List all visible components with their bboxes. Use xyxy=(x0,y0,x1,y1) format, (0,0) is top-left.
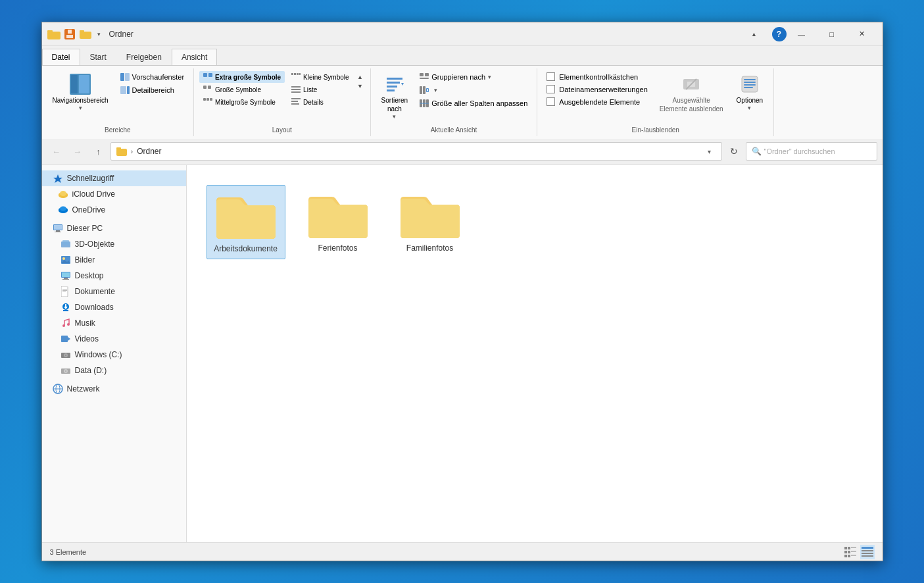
svg-rect-37 xyxy=(425,73,429,76)
sortieren-button[interactable]: Sortierennach ▾ xyxy=(376,71,414,124)
close-button[interactable]: ✕ xyxy=(847,24,877,44)
ausgeblendete-elemente-checkbox[interactable]: Ausgeblendete Elemente xyxy=(543,96,652,107)
list-view-button[interactable] xyxy=(843,545,858,559)
elementkontrollkaestchen-checkbox[interactable]: Elementkontrollkästchen xyxy=(543,71,652,82)
address-bar[interactable]: › Ordner ▾ xyxy=(110,142,722,161)
sidebar-item-schnellzugriff[interactable]: Schnellzugriff xyxy=(42,170,186,186)
address-dropdown[interactable]: ▾ xyxy=(703,148,716,155)
vorschaufenster-icon xyxy=(120,72,130,82)
sidebar-item-dokumente[interactable]: Dokumente xyxy=(42,284,186,299)
tab-ansicht[interactable]: Ansicht xyxy=(172,49,217,66)
svg-rect-83 xyxy=(62,289,67,290)
sidebar-item-desktop[interactable]: Desktop xyxy=(42,268,186,284)
minimize-button[interactable]: — xyxy=(787,24,817,44)
groesse-spalten-button[interactable]: Größe aller Spalten anpassen xyxy=(416,97,531,109)
grosse-symbole-button[interactable]: Große Symbole xyxy=(199,84,285,95)
sidebar-item-icloud[interactable]: iCloud Drive xyxy=(42,186,186,202)
back-button[interactable]: ← xyxy=(47,142,66,161)
gruppieren-icon xyxy=(420,72,429,82)
detailbereich-button[interactable]: Detailbereich xyxy=(116,84,189,96)
icloud-icon xyxy=(58,189,68,199)
svg-rect-88 xyxy=(65,304,66,307)
sidebar-item-windows-c[interactable]: Windows (C:) xyxy=(42,347,186,363)
svg-rect-34 xyxy=(387,89,395,91)
windows-c-label: Windows (C:) xyxy=(75,350,122,359)
svg-rect-19 xyxy=(207,98,209,101)
vorschaufenster-button[interactable]: Vorschaufenster xyxy=(116,71,189,83)
sidebar-item-musik[interactable]: Musik xyxy=(42,315,186,331)
musik-icon xyxy=(61,318,71,328)
ribbon-group-einausblenden: Elementkontrollkästchen Dateinamenserwei… xyxy=(537,68,774,136)
extra-grosse-symbole-button[interactable]: Extra große Symbole xyxy=(199,71,285,83)
videos-icon xyxy=(61,334,71,344)
sidebar-item-3d[interactable]: 3D-Objekte xyxy=(42,236,186,252)
svg-rect-14 xyxy=(203,73,207,77)
navigationsbereich-button[interactable]: Navigationsbereich ▾ xyxy=(47,71,114,115)
file-item-arbeitsdokumente[interactable]: Arbeitsdokumente xyxy=(207,185,285,259)
svg-rect-13 xyxy=(127,86,130,94)
3d-icon xyxy=(61,239,71,249)
folder-icon2 xyxy=(79,28,92,41)
ribbon-collapse-btn[interactable]: ▲ xyxy=(739,24,769,44)
svg-rect-57 xyxy=(116,147,121,150)
sidebar-item-netzwerk[interactable]: Netzwerk xyxy=(42,381,186,397)
detailbereich-icon xyxy=(120,86,130,95)
scroll-up[interactable]: ▲ xyxy=(356,72,365,82)
einausblenden-content: Elementkontrollkästchen Dateinamenserwei… xyxy=(543,71,768,124)
bereiche-content: Navigationsbereich ▾ Vorschaufenster xyxy=(47,71,189,124)
sidebar-item-dieser-pc[interactable]: Dieser PC xyxy=(42,220,186,236)
up-button[interactable]: ↑ xyxy=(89,142,108,161)
svg-rect-26 xyxy=(291,89,301,90)
svg-rect-111 xyxy=(851,555,856,556)
forward-button[interactable]: → xyxy=(68,142,87,161)
ausgewahlte-button[interactable]: AusgewählteElemente ausblenden xyxy=(654,71,729,116)
optionen-icon xyxy=(739,74,760,95)
liste-button[interactable]: Liste xyxy=(287,84,353,95)
svg-rect-108 xyxy=(848,555,850,557)
qat-dropdown[interactable]: ▾ xyxy=(95,30,104,39)
sidebar-item-downloads[interactable]: Downloads xyxy=(42,299,186,315)
refresh-button[interactable]: ↻ xyxy=(725,142,743,161)
details-button[interactable]: Details xyxy=(287,96,353,108)
svg-rect-107 xyxy=(844,555,847,557)
svg-rect-79 xyxy=(62,279,69,280)
svg-rect-17 xyxy=(208,86,211,89)
grosse-icon xyxy=(203,85,212,94)
3d-label: 3D-Objekte xyxy=(75,240,115,249)
dateinamenserweiterungen-check xyxy=(547,85,555,93)
mittelgrosse-symbole-button[interactable]: Mittelgroße Symbole xyxy=(199,96,285,108)
optionen-button[interactable]: Optionen ▾ xyxy=(731,71,769,115)
ribbon-group-bereiche: Navigationsbereich ▾ Vorschaufenster xyxy=(42,68,195,136)
svg-rect-38 xyxy=(420,78,429,79)
svg-rect-115 xyxy=(862,555,873,557)
sidebar-item-data-d[interactable]: Data (D:) xyxy=(42,363,186,378)
tab-start[interactable]: Start xyxy=(80,49,116,65)
tab-datei[interactable]: Datei xyxy=(42,49,80,66)
sidebar-item-bilder[interactable]: Bilder xyxy=(42,252,186,268)
svg-rect-109 xyxy=(851,547,856,548)
address-sep: › xyxy=(131,147,134,155)
file-item-familienfotos[interactable]: Familienfotos xyxy=(391,185,470,259)
search-bar[interactable]: 🔍 "Ordner" durchsuchen xyxy=(746,142,877,161)
sidebar-item-onedrive[interactable]: OneDrive xyxy=(42,202,186,218)
svg-rect-32 xyxy=(387,82,400,84)
nav-bar: ← → ↑ › Ordner ▾ ↻ 🔍 "Ordner" durchsuche… xyxy=(42,139,883,165)
kleine-symbole-button[interactable]: Kleine Symbole xyxy=(287,71,353,83)
scroll-down[interactable]: ▼ xyxy=(356,82,365,91)
tab-freigeben[interactable]: Freigeben xyxy=(116,49,172,65)
help-button[interactable]: ? xyxy=(772,27,787,41)
search-placeholder: "Ordner" durchsuchen xyxy=(764,147,835,155)
bilder-icon xyxy=(61,255,71,265)
svg-point-96 xyxy=(65,355,66,356)
dateinamenserweiterungen-checkbox[interactable]: Dateinamenserweiterungen xyxy=(543,84,652,95)
file-item-ferienfotos[interactable]: Ferienfotos xyxy=(299,185,377,259)
svg-point-74 xyxy=(62,257,65,260)
musik-label: Musik xyxy=(75,318,95,328)
gruppieren-button[interactable]: Gruppieren nach ▾ xyxy=(416,71,531,83)
maximize-button[interactable]: □ xyxy=(817,24,847,44)
svg-point-91 xyxy=(67,323,70,326)
details-view-button[interactable] xyxy=(860,545,875,559)
sidebar-item-videos[interactable]: Videos xyxy=(42,331,186,347)
spalten-hinzufuegen-button[interactable]: ▾ xyxy=(416,84,531,96)
schnellzugriff-label: Schnellzugriff xyxy=(67,174,114,183)
